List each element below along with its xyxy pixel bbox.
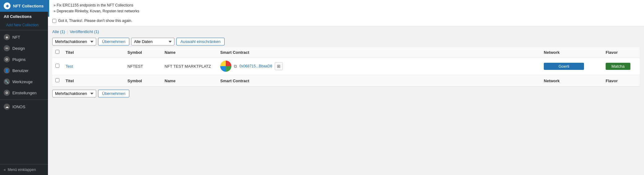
sidebar-item-add-new-collection[interactable]: Add New Collection [0,21,48,29]
sidebar-item-einstellungen[interactable]: ⚙ Einstellungen [0,87,48,98]
sidebar-item-werkzeuge[interactable]: 🔧 Werkzeuge [0,76,48,87]
row-title-link[interactable]: Test [66,64,73,69]
apply-button-top[interactable]: Übernehmen [98,38,129,45]
row-checkbox-cell [52,58,62,75]
footer-col-contract: Smart Contract [217,75,541,87]
bulk-actions-select-top[interactable]: MehrfachaktionenLöschen [52,38,96,45]
sidebar-header[interactable]: ◈ NFT Collections [0,0,48,12]
footer-col-title[interactable]: Titel [62,75,124,87]
nft-icon: ◈ [4,34,10,40]
row-title-cell: Test [62,58,124,75]
col-header-smart-contract: Smart Contract [217,47,541,58]
bottom-toolbar: MehrfachaktionenLöschen Übernehmen [48,87,644,100]
col-header-name: Name [161,47,217,58]
row-network-cell: Goerli [541,58,603,75]
col-header-symbol: Symbol [124,47,161,58]
sidebar-item-nft[interactable]: ◈ NFT [0,32,48,43]
sidebar-sep-1 [0,30,48,30]
gotit-label[interactable]: Got it, Thanks!. Please don't show this … [58,19,132,23]
sidebar-sep-2 [0,100,48,100]
qr-code-button[interactable]: ⊞ [275,62,283,70]
werkzeuge-icon: 🔧 [4,79,10,85]
row-name: NFT TEST MARKTPLATZ [165,64,211,69]
filter-bar: Alle (1) | Veröffentlicht (1) [48,26,644,36]
filter-separator: | [67,29,68,34]
sidebar-title: NFT Collections [13,4,44,8]
col-header-network: Network [541,47,603,58]
footer-col-name: Name [161,75,217,87]
footer-col-symbol: Symbol [124,75,161,87]
col-header-check [52,47,62,58]
footer-select-all[interactable] [55,78,59,82]
table-row: Test NFTEST NFT TEST MARKTPLATZ ⧉ 0x0687… [52,58,640,75]
filter-all[interactable]: Alle (1) [52,29,65,34]
row-contract-cell: ⧉ 0x068715...BbaaD8 ⊞ [217,58,541,75]
collections-table: Titel Symbol Name Smart Contract Network… [52,47,640,87]
sidebar: ◈ NFT Collections All Collections Add Ne… [0,0,48,175]
sidebar-item-benutzer[interactable]: 👤 Benutzer [0,65,48,76]
select-all-checkbox[interactable] [55,50,59,54]
sidebar-nav: All Collections Add New Collection ◈ NFT… [0,12,48,164]
table-footer-header-row: Titel Symbol Name Smart Contract Network… [52,75,640,87]
einstellungen-icon: ⚙ [4,90,10,96]
sidebar-item-ionos[interactable]: ☁ IONOS [0,101,48,112]
row-symbol-cell: NFTEST [124,58,161,75]
row-flavor-cell: Matcha [603,58,640,75]
flavor-badge: Matcha [606,63,630,70]
main-content: » Fix ERC1155 endpoints in the NFT Colle… [48,0,644,175]
apply-button-bottom[interactable]: Übernehmen [98,90,129,97]
col-header-flavor: Flavor [603,47,640,58]
col-header-title[interactable]: Titel [62,47,124,58]
row-symbol: NFTEST [127,64,143,69]
gotit-bar: Got it, Thanks!. Please don't show this … [48,17,644,26]
footer-col-flavor: Flavor [603,75,640,87]
table-header-row: Titel Symbol Name Smart Contract Network… [52,47,640,58]
design-icon: ✏ [4,45,10,51]
collapse-menu-button[interactable]: « Menü einklappen [0,164,48,175]
collapse-icon: « [4,168,6,172]
date-filter-select[interactable]: Alle DatenHeuteLetzte WocheLetzter Monat [131,38,174,45]
row-name-cell: NFT TEST MARKTPLATZ [161,58,217,75]
contract-address-link[interactable]: 0x068715...BbaaD8 [239,64,272,68]
notice-banner: » Fix ERC1155 endpoints in the NFT Colle… [48,0,644,17]
notice-line1: » Fix ERC1155 endpoints in the NFT Colle… [54,2,640,8]
contract-cell-container: ⧉ 0x068715...BbaaD8 ⊞ [220,61,538,72]
restrict-button[interactable]: Auswahl einschränken [176,38,225,45]
notice-line2: » Deprecate Rinkeby, Kovan, Ropsten test… [54,8,640,14]
sidebar-item-all-collections[interactable]: All Collections [0,12,48,21]
footer-col-check [52,75,62,87]
row-checkbox[interactable] [55,64,59,68]
filter-published[interactable]: Veröffentlicht (1) [70,29,99,34]
plugins-icon: ⚙ [4,56,10,62]
ionos-icon: ☁ [4,104,10,110]
gotit-checkbox[interactable] [52,19,56,23]
nft-collections-icon: ◈ [4,2,11,9]
bulk-actions-select-bottom[interactable]: MehrfachaktionenLöschen [52,90,96,97]
contract-avatar [220,61,231,72]
footer-col-network: Network [541,75,603,87]
sidebar-item-design[interactable]: ✏ Design [0,43,48,54]
network-badge: Goerli [544,63,584,70]
sidebar-item-plugins[interactable]: ⚙ Plugins [0,54,48,65]
top-toolbar: MehrfachaktionenLöschen Übernehmen Alle … [48,36,644,47]
benutzer-icon: 👤 [4,67,10,74]
copy-icon[interactable]: ⧉ [234,64,237,69]
